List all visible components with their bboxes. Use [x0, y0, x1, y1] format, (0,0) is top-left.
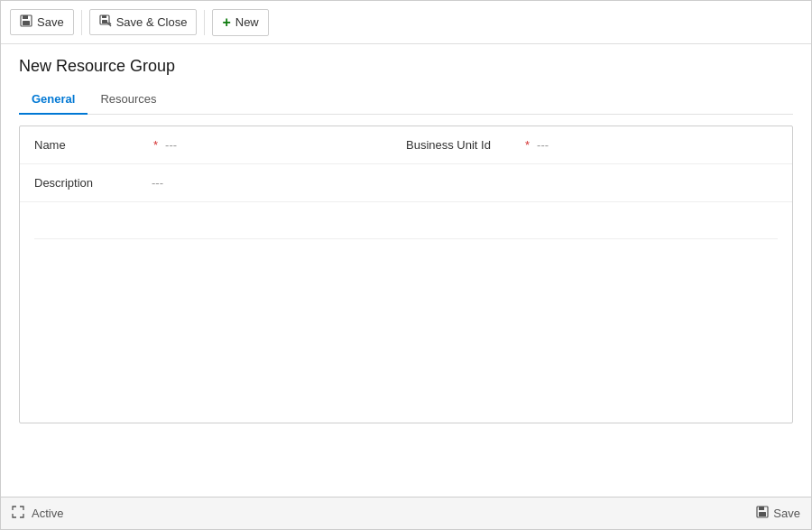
svg-rect-5 [102, 20, 107, 23]
business-unit-label: Business Unit Id [406, 138, 523, 152]
tabs: General Resources [19, 85, 793, 115]
toolbar-separator-1 [81, 10, 82, 35]
name-label: Name [34, 138, 152, 152]
save-close-button[interactable]: Save & Close [89, 9, 198, 35]
form-divider [34, 238, 778, 239]
name-field: Name * --- [34, 138, 406, 152]
status-bar: Active Save [1, 497, 811, 529]
new-button[interactable]: + New [212, 9, 268, 36]
status-label: Active [32, 507, 63, 520]
toolbar-separator-2 [204, 10, 205, 35]
svg-rect-9 [759, 507, 764, 510]
tab-resources[interactable]: Resources [88, 85, 169, 115]
page-title: New Resource Group [19, 57, 793, 76]
save-icon [20, 14, 32, 30]
expand-icon[interactable] [12, 506, 24, 521]
save-close-icon [99, 14, 112, 30]
new-button-label: New [235, 15, 259, 29]
new-icon: + [222, 14, 230, 31]
svg-rect-4 [102, 15, 106, 18]
svg-rect-2 [23, 21, 30, 25]
toolbar: Save Save & Close + New [1, 1, 811, 44]
svg-rect-10 [759, 512, 766, 516]
save-close-button-label: Save & Close [116, 15, 188, 29]
name-value[interactable]: --- [165, 138, 177, 152]
save-button-label: Save [37, 15, 64, 29]
form-row-description: Description --- [20, 164, 792, 202]
name-required: * [153, 138, 158, 152]
status-save-icon [756, 506, 769, 521]
status-left: Active [12, 506, 63, 521]
save-button[interactable]: Save [10, 9, 74, 35]
form-row-empty-1 [20, 202, 792, 238]
business-unit-required: * [525, 138, 530, 152]
main-content: New Resource Group General Resources Nam… [1, 44, 811, 497]
status-right: Save [756, 506, 800, 521]
description-label: Description [34, 176, 152, 190]
form-container: Name * --- Business Unit Id * --- Descri… [19, 126, 793, 423]
tab-general[interactable]: General [19, 85, 88, 115]
form-row-name: Name * --- Business Unit Id * --- [20, 126, 792, 164]
business-unit-value[interactable]: --- [537, 138, 549, 152]
status-save-label: Save [773, 507, 800, 520]
svg-rect-1 [23, 15, 28, 19]
business-unit-field: Business Unit Id * --- [406, 138, 778, 152]
description-value[interactable]: --- [152, 176, 163, 190]
description-field: Description --- [34, 176, 778, 190]
